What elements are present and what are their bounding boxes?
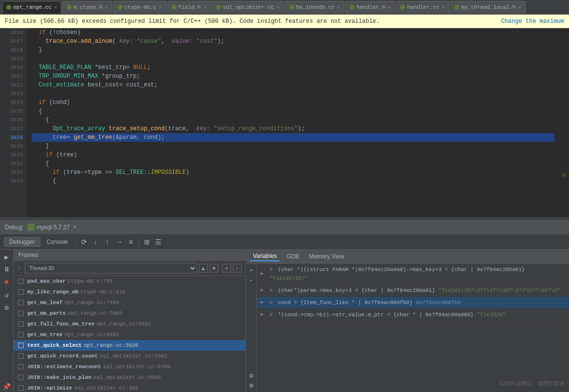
tab-close[interactable]: ✕: [442, 4, 445, 10]
tab-my-thread[interactable]: my_thread_local.h ✕: [450, 1, 525, 14]
settings-icon[interactable]: ⚙: [1, 302, 12, 313]
frame-item[interactable]: get_mm_tree opt_range.cc:6862: [14, 329, 246, 340]
frame-item[interactable]: get_mm_leaf opt_range.cc:7494: [14, 297, 246, 308]
frame-item[interactable]: JOIN::optimize sql_optimizer.cc:368: [14, 383, 246, 392]
frame-item[interactable]: JOIN::estimate_rowcount sql_optimizer.cc…: [14, 361, 246, 372]
frames-list-button[interactable]: ☰: [153, 237, 164, 247]
code-content: 3016 3017 3018 3019 3020 3021 3022 3023 …: [0, 28, 569, 218]
tab-file-icon: [350, 5, 355, 10]
tab-field-h[interactable]: field.h ✕: [167, 1, 211, 14]
frame-item[interactable]: JOIN::make_join_plan sql_optimizer.cc:50…: [14, 372, 246, 383]
tab-close[interactable]: ✕: [277, 4, 280, 10]
step-over-button[interactable]: ⟳: [79, 237, 89, 247]
code-line-3016: if (!chosen): [32, 28, 554, 37]
line-num: 3023: [0, 89, 23, 98]
tab-console[interactable]: Console: [41, 237, 73, 247]
step-into-button[interactable]: ↓: [90, 237, 101, 247]
tab-handler-cc[interactable]: handler.cc ✕: [396, 1, 449, 14]
resume-icon[interactable]: ▶: [1, 252, 12, 262]
line-num: 3026: [0, 116, 23, 124]
line-num: 3033: [0, 177, 23, 186]
tab-gdb[interactable]: GDB: [284, 252, 302, 261]
var-expand-icon[interactable]: ▶: [261, 310, 267, 319]
code-line-3024: if (cond): [32, 98, 554, 107]
frame-name: get_mm_leaf: [27, 299, 63, 307]
frame-name: get_mm_tree: [27, 331, 63, 339]
svg-rect-2: [18, 300, 23, 305]
tab-close[interactable]: ✕: [203, 4, 206, 10]
tab-file-icon: [6, 5, 11, 10]
stop-icon[interactable]: ■: [1, 277, 12, 288]
remove-thread-button[interactable]: −: [233, 264, 242, 273]
code-line-3025: {: [32, 107, 554, 116]
thread-down-button[interactable]: ▼: [210, 264, 218, 273]
tab-ha-innodb[interactable]: ha_innodb.cc ✕: [285, 1, 344, 14]
frame-icon: [18, 331, 24, 338]
var-expand-icon[interactable]: ▶: [261, 286, 267, 295]
frame-icon: [18, 385, 24, 392]
thread-up-button[interactable]: ▲: [199, 264, 208, 273]
collapse-all-button[interactable]: −: [247, 276, 256, 285]
code-line-3022: Cost_estimate best_cost= cost_est;: [32, 81, 554, 89]
add-thread-button[interactable]: +: [222, 264, 231, 273]
var-item-selected[interactable]: ▶ ≡ cond = {Item_func_like * | 0x7f04ac0…: [257, 297, 569, 309]
code-lines: if (!chosen) trace_cov.add_alnum( key: "…: [27, 28, 559, 218]
tab-debugger[interactable]: Debugger: [4, 237, 40, 247]
frame-item[interactable]: get_mm_parts opt_range.cc:7065: [14, 308, 246, 319]
var-item[interactable]: ▶ ≡ (char *)((struct PARAM *)0x7f04ec20a…: [257, 264, 569, 285]
frame-item[interactable]: pad_max_char ctype-mb.c:755: [14, 276, 246, 287]
tab-label: ha_innodb.cc: [296, 4, 335, 10]
tab-close[interactable]: ✕: [337, 4, 340, 10]
frame-location: opt_range.cc:7494: [65, 299, 119, 307]
tab-label: my_thread_local.h: [461, 4, 516, 10]
tab-m-ctype[interactable]: m_ctype.h ✕: [62, 1, 112, 14]
expand-all-button[interactable]: +: [247, 266, 256, 274]
tab-file-icon: [67, 5, 71, 10]
frame-item[interactable]: get_quick_record_count sql_optimizer.cc:…: [14, 351, 246, 361]
frame-icon: [18, 363, 24, 370]
tab-sql-optimizer[interactable]: sql_optimizer.cc ✕: [212, 1, 284, 14]
pause-icon[interactable]: ⏸: [1, 264, 12, 275]
frame-location: opt_range.cc:3028: [84, 341, 138, 349]
line-num: 3027: [0, 124, 23, 133]
var-item[interactable]: ▶ ≡ (char*)param->max_key+3 = {char | 0x…: [257, 285, 569, 297]
code-line-3018: }: [32, 46, 554, 54]
rerun-icon[interactable]: ↺: [1, 290, 12, 300]
var-name: ≡: [269, 267, 273, 273]
tab-handler-h[interactable]: handler.h ✕: [345, 1, 395, 14]
tab-close[interactable]: ✕: [54, 4, 57, 10]
code-line-3028: tree= get_mm_tree(&param, cond);: [32, 133, 554, 142]
run-to-cursor-button[interactable]: →: [114, 237, 124, 247]
frame-item[interactable]: get_full_func_mm_tree opt_range.cc:6591: [14, 319, 246, 329]
frames-grid-button[interactable]: ⊞: [142, 237, 152, 247]
settings-vars-button[interactable]: ⚙: [247, 381, 256, 390]
tab-memory-view[interactable]: Memory View: [306, 252, 347, 261]
code-line-3021: TRP_GROUP_MIN_MAX *group_trp;: [32, 72, 554, 81]
frame-item-selected[interactable]: test_quick_select opt_range.cc:3028: [14, 340, 246, 351]
svg-rect-8: [18, 364, 23, 369]
tab-ctype-mb[interactable]: ctype-mb.c ✕: [113, 1, 166, 14]
var-name: ≡: [269, 300, 273, 306]
variables-panel: Variables GDB Memory View + − ⧉ ⚙ ▶: [246, 250, 569, 392]
change-maximum-link[interactable]: Change the maximum: [501, 18, 564, 25]
var-item[interactable]: ▶ ≡ *(cond->cmp->b))->str_value.m_ptr = …: [257, 309, 569, 321]
tab-close[interactable]: ✕: [159, 4, 162, 10]
code-line-3033: {: [32, 177, 554, 186]
var-expand-icon[interactable]: ▶: [261, 298, 267, 307]
var-expand-icon[interactable]: ▶: [261, 270, 267, 278]
session-label: mysql-5.7.27: [36, 224, 70, 231]
evaluate-button[interactable]: ≡: [125, 237, 136, 247]
pin-icon[interactable]: 📌: [1, 381, 12, 392]
copy-button[interactable]: ⧉: [247, 371, 256, 380]
tab-close[interactable]: ✕: [388, 4, 391, 10]
step-out-button[interactable]: ↑: [102, 237, 113, 247]
frame-item[interactable]: my_like_range_mb ctype-mb.c:832: [14, 287, 246, 297]
session-close-button[interactable]: ✕: [72, 224, 77, 230]
debug-panel: Debug: mysql-5.7.27 ✕ Debugger Console ⟳…: [0, 221, 569, 392]
line-num: 3025: [0, 107, 23, 116]
tab-opt-range[interactable]: opt_range.cc ✕: [2, 1, 61, 14]
tab-variables[interactable]: Variables: [250, 252, 280, 261]
tab-close[interactable]: ✕: [518, 4, 521, 10]
thread-dropdown[interactable]: Thread-30: [25, 263, 197, 273]
tab-close[interactable]: ✕: [105, 4, 108, 10]
